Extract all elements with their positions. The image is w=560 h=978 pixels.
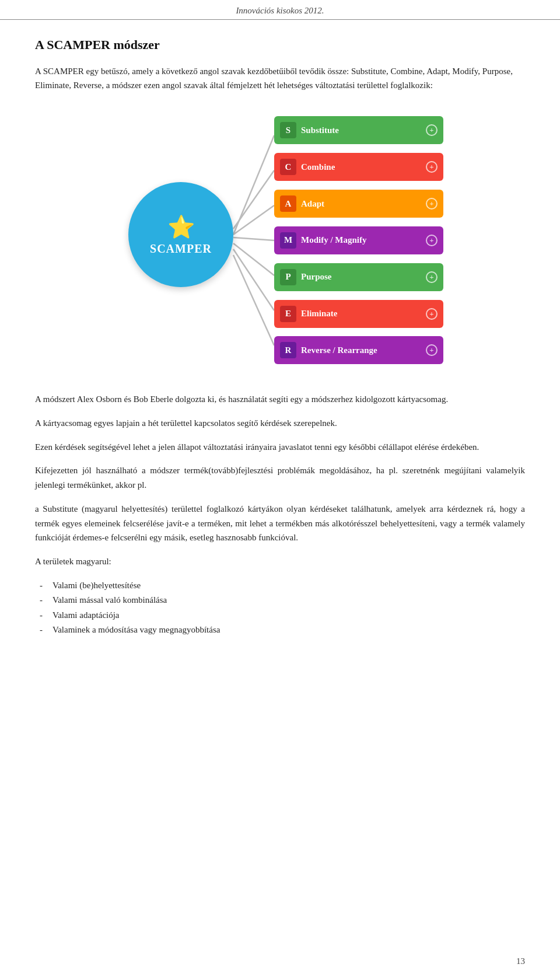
scamper-item-adapt: A Adapt + (274, 190, 443, 218)
plus-e: + (426, 308, 438, 320)
scamper-item-combine: C Combine + (274, 153, 443, 181)
scamper-items: S Substitute + C Combine + A Adapt + M M… (274, 106, 443, 375)
svg-line-1 (233, 170, 274, 229)
diagram-inner: ⭐ SCAMPER S Substitute + C Combine + A A… (117, 106, 443, 375)
item-text-a: Adapt (301, 199, 324, 209)
page-content: A SCAMPER módszer A SCAMPER egy betűszó,… (0, 20, 560, 661)
body-para1: A módszert Alex Osborn és Bob Eberle dol… (35, 392, 525, 407)
body-para5: a Substitute (magyarul helyettesítés) te… (35, 502, 525, 545)
letter-a: A (280, 195, 296, 212)
scamper-star: ⭐ (167, 214, 195, 240)
svg-line-0 (233, 135, 274, 235)
page-header: Innovációs kisokos 2012. (0, 0, 560, 20)
body-para3: Ezen kérdések segítségével lehet a jelen… (35, 440, 525, 455)
scamper-item-eliminate: E Eliminate + (274, 300, 443, 328)
list-item: Valaminek a módosítása vagy megnagyobbít… (47, 623, 525, 638)
header-title: Innovációs kisokos 2012. (236, 6, 324, 15)
plus-a: + (426, 198, 438, 209)
list-item: Valami (be)helyettesítése (47, 578, 525, 593)
letter-c: C (280, 159, 296, 175)
item-text-e: Eliminate (301, 309, 338, 319)
scamper-item-purpose: P Purpose + (274, 263, 443, 291)
scamper-item-modify: M Modify / Magnify + (274, 226, 443, 254)
plus-m: + (426, 235, 438, 246)
plus-r: + (426, 344, 438, 356)
list-item: Valami adaptációja (47, 608, 525, 623)
letter-s: S (280, 122, 296, 138)
scamper-diagram: ⭐ SCAMPER S Substitute + C Combine + A A… (35, 106, 525, 375)
plus-c: + (426, 161, 438, 173)
item-text-c: Combine (301, 162, 335, 172)
body-para2: A kártyacsomag egyes lapjain a hét terül… (35, 416, 525, 431)
plus-s: + (426, 124, 438, 136)
scamper-center-label: SCAMPER (150, 242, 212, 256)
areas-list: Valami (be)helyettesítése Valami mással … (47, 578, 525, 638)
areas-label: A területek magyarul: (35, 554, 525, 569)
plus-p: + (426, 271, 438, 283)
page-number: 13 (516, 956, 525, 966)
scamper-item-substitute: S Substitute + (274, 116, 443, 144)
svg-line-5 (233, 249, 274, 310)
letter-r: R (280, 342, 296, 358)
intro-text: A SCAMPER egy betűszó, amely a következő… (35, 64, 525, 92)
scamper-center: ⭐ SCAMPER (128, 182, 233, 287)
letter-m: M (280, 232, 296, 249)
section-title: A SCAMPER módszer (35, 37, 525, 53)
item-text-p: Purpose (301, 272, 332, 282)
letter-e: E (280, 306, 296, 322)
svg-line-2 (233, 205, 274, 235)
scamper-item-reverse: R Reverse / Rearrange + (274, 336, 443, 364)
svg-line-4 (233, 243, 274, 275)
item-text-r: Reverse / Rearrange (301, 345, 377, 355)
svg-line-6 (233, 255, 274, 345)
item-text-m: Modify / Magnify (301, 235, 367, 245)
list-item: Valami mással való kombinálása (47, 593, 525, 608)
letter-p: P (280, 269, 296, 285)
svg-line-3 (233, 237, 274, 240)
item-text-s: Substitute (301, 125, 339, 135)
body-para4: Kifejezetten jól használható a módszer t… (35, 463, 525, 493)
